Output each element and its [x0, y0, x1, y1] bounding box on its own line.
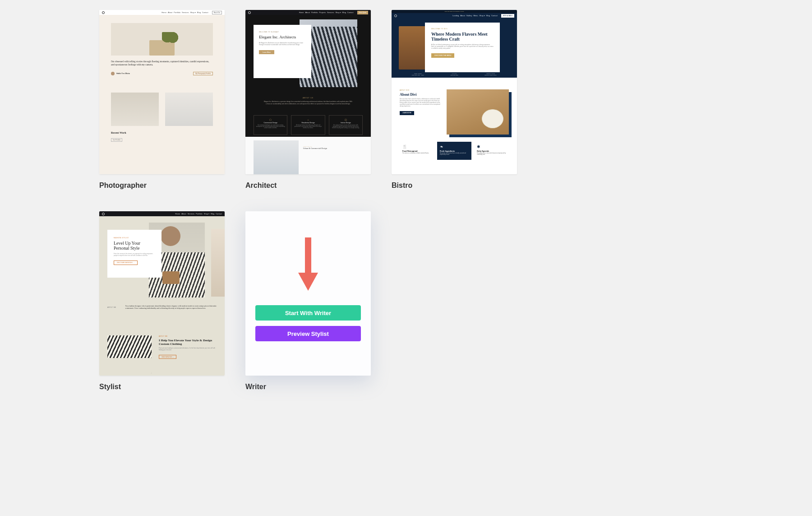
- nav-items: Home About Portfolio Projects Services S…: [299, 11, 354, 14]
- feature-card: 🍴Food ReimaginedOur menu is a celebratio…: [400, 142, 434, 160]
- logo-icon: [394, 14, 397, 17]
- help-text: ABOUT ME I Help You Elevate Your Style &…: [159, 335, 217, 373]
- hero-section: WELCOME TO DIVI Where Modern Flavors Mee…: [392, 18, 517, 78]
- help-section: ABOUT ME I Help You Elevate Your Style &…: [107, 335, 217, 373]
- top-strip: (555) 555-5555 FOR RESERVATIONS: [392, 10, 517, 13]
- features-row: 🍴Food ReimaginedOur menu is a celebratio…: [392, 142, 517, 164]
- about-label: ABOUT ME: [107, 305, 116, 310]
- heading: Level Up Your Personal Style: [114, 241, 155, 251]
- template-tile-stylist[interactable]: Home About Services Portfolio Shop ▾ Blo…: [99, 211, 225, 391]
- hat-image: [161, 226, 180, 246]
- preview-button[interactable]: Preview Stylist: [255, 326, 361, 341]
- about-heading: About Divi: [400, 93, 442, 97]
- template-thumbnail: (555) 555-5555 FOR RESERVATIONS Landing …: [392, 10, 517, 174]
- nav-cta: Reach Out: [212, 11, 222, 14]
- footer-title: Urban & Commercial Design: [303, 147, 327, 149]
- template-thumbnail: Home About Portfolio Services Shop ▾ Blo…: [99, 10, 225, 174]
- author-row: Hello! I'm Olivia My Photography Portfol…: [111, 72, 213, 75]
- feature-card: ❧Fresh IngredientsWe partner with the be…: [437, 142, 472, 160]
- feature-icon: ⌂: [293, 118, 323, 121]
- start-with-button[interactable]: Start With Writer: [255, 305, 361, 321]
- feature-cards: ▢Commercial DesignOur commercial designs…: [254, 115, 363, 135]
- hero-paragraph: From the runway to the streets, my appro…: [114, 253, 155, 257]
- help-image: [107, 335, 152, 373]
- logo-icon: [102, 11, 105, 14]
- mock-nav: Home About Portfolio Projects Services S…: [245, 10, 371, 15]
- hero-card: WELCOME TO ELEGANT Elegant Inc. Architec…: [254, 25, 311, 78]
- bag-image: [162, 271, 180, 284]
- eyebrow: FASHION STYLIST: [114, 237, 155, 239]
- about-section: ABOUT DIVI About Divi Divi was born from…: [392, 78, 517, 142]
- about-section: ABOUT ME I'm a fashion designer who is p…: [107, 305, 217, 310]
- side-image: [211, 229, 225, 297]
- template-gallery: Home About Portfolio Services Shop ▾ Blo…: [0, 0, 812, 401]
- eyebrow: WELCOME TO DIVI: [431, 28, 494, 30]
- about-paragraph: Elegant Inc. Architects is a premier des…: [264, 101, 352, 104]
- mock-nav: Home About Portfolio Services Shop ▾ Blo…: [99, 10, 225, 15]
- feature-card: ◫Interior DesignOur interior design serv…: [329, 115, 363, 135]
- nav-items: Home About Services Portfolio Shop ▾ Blo…: [175, 213, 222, 215]
- about-eyebrow: ABOUT US: [263, 97, 353, 99]
- template-tile-photographer[interactable]: Home About Portfolio Services Shop ▾ Blo…: [99, 10, 225, 190]
- image-grid: [111, 93, 213, 126]
- help-heading: I Help You Elevate Your Style & Design C…: [159, 339, 217, 346]
- nav-items: Landing About Gallery Menu Shop ▾ Blog C…: [452, 14, 498, 17]
- hero-image: [111, 23, 213, 56]
- hero-card: FASHION STYLIST Level Up Your Personal S…: [107, 230, 161, 278]
- hero-cta: Learn More: [259, 50, 274, 54]
- template-caption: Stylist: [99, 383, 225, 391]
- eyebrow: WELCOME TO ELEGANT: [259, 31, 306, 33]
- about-paragraph: I'm a fashion designer who is passionate…: [125, 305, 217, 310]
- about-eyebrow: ABOUT DIVI: [400, 89, 442, 91]
- hero-card: WELCOME TO DIVI Where Modern Flavors Mee…: [425, 23, 500, 72]
- hero-paragraph: I'm obsessed with telling stories throug…: [111, 60, 213, 66]
- footer-image: [254, 140, 299, 174]
- template-caption: Architect: [245, 181, 371, 190]
- mock-body: I'm obsessed with telling stories throug…: [99, 15, 225, 174]
- nav-cta: Get a Quote: [357, 11, 368, 14]
- hero-cta: DISCOVER SERVICES →: [114, 260, 138, 265]
- feature-card: ▢Commercial DesignOur commercial designs…: [254, 115, 287, 135]
- heading: Elegant Inc. Architects: [259, 35, 306, 39]
- author-button: My Photography Portfolio: [193, 72, 213, 75]
- footer-text: PORTFOLIO Urban & Commercial Design: [303, 140, 327, 174]
- hero-cta: DISCOVER THE MENU: [431, 53, 454, 58]
- help-cta: VIEW SERVICES →: [159, 355, 176, 359]
- cheese-image: [482, 109, 503, 128]
- footer-section: PORTFOLIO Urban & Commercial Design: [245, 137, 371, 174]
- feature-icon: ▢: [256, 118, 285, 121]
- template-tile-bistro[interactable]: (555) 555-5555 FOR RESERVATIONS Landing …: [392, 10, 517, 190]
- grid-image: [165, 93, 213, 126]
- recent-work-button: See Portfolio: [111, 138, 122, 142]
- template-caption: Writer: [245, 383, 371, 391]
- feature-card: ✱Daily SpecialsEvery day offers a new se…: [474, 142, 509, 160]
- about-text: ABOUT DIVI About Divi Divi was born from…: [400, 89, 442, 135]
- template-thumbnail-hover: Start With Writer Preview Stylist: [245, 211, 371, 376]
- recent-work-title: Recent Work: [111, 131, 213, 134]
- mock-body: WELCOME TO ELEGANT Elegant Inc. Architec…: [245, 15, 371, 137]
- grid-image: [111, 93, 159, 126]
- template-thumbnail: Home About Portfolio Projects Services S…: [245, 10, 371, 174]
- about-cta: LEARN MORE: [400, 111, 414, 115]
- leaf-icon: ❧: [440, 144, 469, 149]
- arrow-down-icon: [298, 237, 318, 295]
- template-caption: Bistro: [392, 181, 517, 190]
- help-eyebrow: ABOUT ME: [159, 335, 217, 337]
- about-section: ABOUT US Elegant Inc. Architects is a pr…: [245, 97, 371, 105]
- template-tile-architect[interactable]: Home About Portfolio Projects Services S…: [245, 10, 371, 190]
- mock-nav: Landing About Gallery Menu Shop ▾ Blog C…: [392, 13, 517, 18]
- heading: Where Modern Flavors Meet Timeless Craft: [431, 32, 494, 42]
- nav-items: Home About Portfolio Services Shop ▾ Blo…: [161, 11, 208, 14]
- template-caption: Photographer: [99, 181, 225, 190]
- template-tile-writer[interactable]: Start With Writer Preview Stylist Writer: [245, 211, 371, 391]
- mock-nav: Home About Services Portfolio Shop ▾ Blo…: [99, 211, 225, 216]
- about-paragraph: Divi was born from a love for food, a de…: [400, 98, 442, 107]
- avatar: [111, 72, 115, 75]
- help-paragraph: From personal styling to custom-made alt…: [159, 348, 217, 351]
- logo-icon: [102, 213, 105, 215]
- fork-icon: 🍴: [402, 144, 432, 149]
- nav-cta: BOOK A TABLE: [501, 14, 514, 18]
- hero-paragraph: At Elegant Inc Architects we are dedicat…: [259, 42, 306, 46]
- template-thumbnail: Home About Services Portfolio Shop ▾ Blo…: [99, 211, 225, 376]
- feature-card: ⌂Residential DesignWe design homes that …: [291, 115, 325, 135]
